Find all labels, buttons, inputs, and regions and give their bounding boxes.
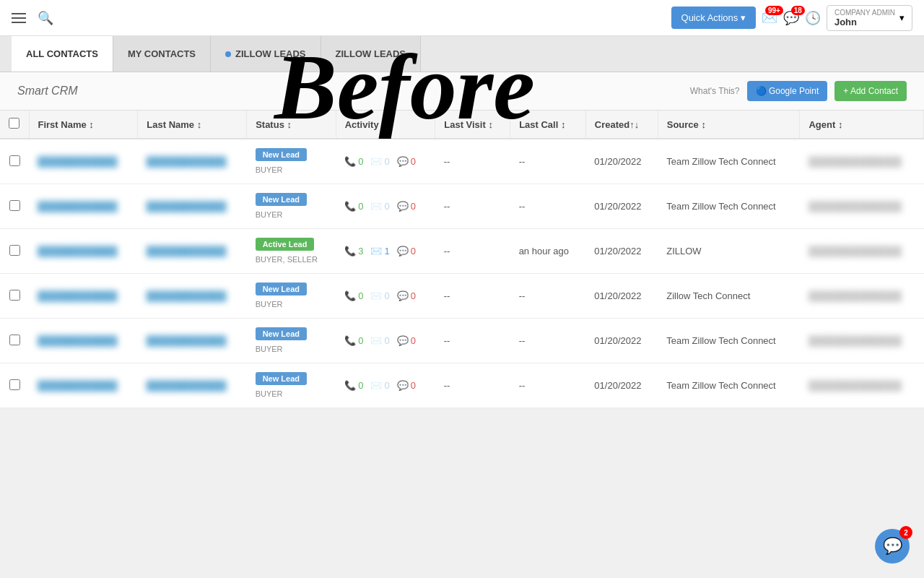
hamburger-icon[interactable] (12, 13, 26, 23)
col-created[interactable]: Created↑↓ (585, 111, 658, 139)
nav-left: 🔍 (12, 10, 53, 26)
status-badge-2: New Lead (256, 193, 307, 206)
comments-count-6: 0 (411, 380, 416, 391)
calls-count-1: 0 (358, 156, 363, 167)
row-source: Team Zillow Tech Connect (658, 319, 800, 363)
mail-notif-icon[interactable]: ✉️ 99+ (762, 10, 777, 26)
row-agent: ██████████████ (800, 274, 924, 319)
row-last-name: ████████████ (138, 229, 247, 274)
search-icon[interactable]: 🔍 (38, 10, 53, 26)
select-all-checkbox[interactable] (9, 118, 19, 129)
row-last-visit: -- (435, 229, 510, 274)
row-last-name: ████████████ (138, 319, 247, 363)
row-status: Active Lead BUYER, SELLER (247, 229, 336, 274)
row-source: ZILLOW (658, 229, 800, 274)
row-last-call: -- (510, 274, 586, 319)
subheader: Smart CRM What's This? 🔵 Google Point + … (0, 72, 924, 111)
emails-count-4: 0 (384, 290, 389, 301)
row-agent: ██████████████ (800, 319, 924, 363)
row-last-visit: -- (435, 139, 510, 184)
comments-count-1: 0 (411, 156, 416, 167)
row-source: Team Zillow Tech Connect (658, 363, 800, 408)
row-first-name: ████████████ (29, 274, 138, 319)
row-first-name: ████████████ (29, 184, 138, 229)
row-status: New Lead BUYER (247, 139, 336, 184)
col-agent[interactable]: Agent ↕ (800, 111, 924, 139)
tab-my-contacts[interactable]: MY CONTACTS (113, 36, 211, 72)
col-last-call[interactable]: Last Call ↕ (510, 111, 586, 139)
calls-icon-5: 📞0 (344, 335, 363, 346)
emails-icon-6: ✉️0 (370, 380, 389, 391)
nav-right: Quick Actions ▾ ✉️ 99+ 💬 18 🕓 COMPANY AD… (671, 5, 912, 31)
row-activity: 📞0 ✉️0 💬0 (336, 184, 435, 229)
sub-label-2: BUYER (256, 210, 283, 219)
emails-count-3: 1 (384, 246, 389, 256)
calls-icon-6: 📞0 (344, 380, 363, 391)
google-point-button[interactable]: 🔵 Google Point (747, 81, 828, 101)
row-source: Team Zillow Tech Connect (658, 184, 800, 229)
row-status: New Lead BUYER (247, 319, 336, 363)
row-checkbox-6[interactable] (9, 379, 20, 390)
status-badge-4: New Lead (256, 282, 307, 296)
sub-label-3: BUYER, SELLER (256, 255, 318, 264)
add-contact-button[interactable]: + Add Contact (834, 81, 907, 101)
emails-count-2: 0 (384, 201, 389, 212)
row-first-name: ████████████ (29, 319, 138, 363)
comments-count-3: 0 (411, 246, 416, 256)
row-created: 01/20/2022 (585, 363, 658, 408)
row-last-call: -- (510, 363, 586, 408)
chat-notif-icon[interactable]: 💬 18 (783, 10, 799, 26)
tab-zillow-leads-2-label: ZILLOW LEADS (336, 48, 406, 59)
table-row: ████████████ ████████████ New Lead BUYER… (0, 363, 924, 408)
row-created: 01/20/2022 (585, 184, 658, 229)
subheader-title: Smart CRM (17, 85, 78, 98)
col-activity[interactable]: Activity (336, 111, 435, 139)
quick-actions-button[interactable]: Quick Actions ▾ (671, 7, 756, 29)
row-last-name: ████████████ (138, 139, 247, 184)
row-status: New Lead BUYER (247, 184, 336, 229)
row-checkbox-1[interactable] (9, 155, 20, 166)
tab-zillow-leads-2[interactable]: ZILLOW LEADS (321, 36, 422, 72)
user-menu-button[interactable]: COMPANY ADMIN John ▾ (827, 5, 912, 31)
row-last-name: ████████████ (138, 363, 247, 408)
col-source[interactable]: Source ↕ (658, 111, 800, 139)
col-status[interactable]: Status ↕ (247, 111, 336, 139)
mail-badge: 99+ (765, 6, 783, 15)
row-status: New Lead BUYER (247, 363, 336, 408)
row-checkbox-3[interactable] (9, 245, 20, 256)
calls-icon-2: 📞0 (344, 201, 363, 212)
emails-icon-2: ✉️0 (370, 201, 389, 212)
history-icon[interactable]: 🕓 (805, 10, 821, 26)
calls-icon-3: 📞3 (344, 246, 363, 256)
whats-this-link[interactable]: What's This? (690, 86, 740, 96)
row-checkbox-cell (0, 184, 29, 229)
comments-count-5: 0 (411, 335, 416, 346)
status-badge-5: New Lead (256, 327, 307, 340)
zillow-dot-icon (225, 51, 231, 57)
chat-bubble-button[interactable]: 💬 2 (875, 529, 910, 564)
tab-zillow-leads-1[interactable]: ZILLOW LEADS (211, 36, 321, 72)
tab-all-contacts[interactable]: ALL CONTACTS (12, 36, 113, 72)
col-last-visit[interactable]: Last Visit ↕ (435, 111, 510, 139)
emails-count-6: 0 (384, 380, 389, 391)
top-nav: 🔍 Quick Actions ▾ ✉️ 99+ 💬 18 🕓 COMPANY … (0, 0, 924, 36)
calls-count-5: 0 (358, 335, 363, 346)
comments-icon-2: 💬0 (397, 201, 416, 212)
row-checkbox-2[interactable] (9, 200, 20, 211)
comments-count-2: 0 (411, 201, 416, 212)
table-row: ████████████ ████████████ Active Lead BU… (0, 229, 924, 274)
tab-all-contacts-label: ALL CONTACTS (26, 48, 98, 59)
emails-icon-5: ✉️0 (370, 335, 389, 346)
col-last-name[interactable]: Last Name ↕ (138, 111, 247, 139)
calls-count-6: 0 (358, 380, 363, 391)
row-source: Zillow Tech Connect (658, 274, 800, 319)
row-first-name: ████████████ (29, 229, 138, 274)
col-first-name[interactable]: First Name ↕ (29, 111, 138, 139)
comments-icon-4: 💬0 (397, 290, 416, 301)
row-checkbox-5[interactable] (9, 335, 20, 345)
calls-count-2: 0 (358, 201, 363, 212)
row-last-name: ████████████ (138, 184, 247, 229)
row-checkbox-cell (0, 229, 29, 274)
row-checkbox-4[interactable] (9, 290, 20, 301)
comments-icon-3: 💬0 (397, 246, 416, 256)
